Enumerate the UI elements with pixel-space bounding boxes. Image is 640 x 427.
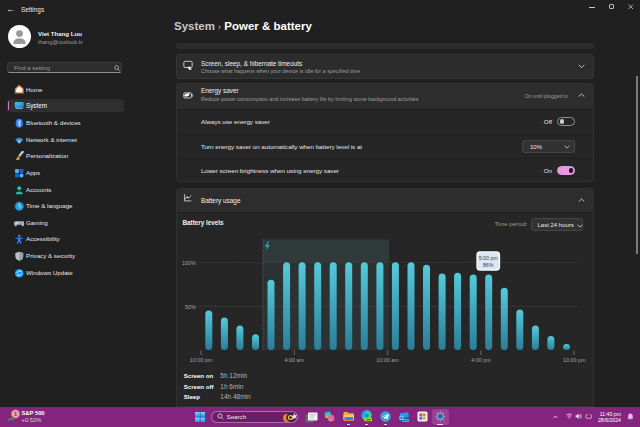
svg-text:1: 1	[14, 411, 17, 417]
svg-text:10:00 pm: 10:00 pm	[190, 357, 213, 363]
svg-text:50%: 50%	[185, 304, 196, 310]
svg-text:4:00 am: 4:00 am	[285, 357, 305, 363]
svg-text:10:00 am: 10:00 am	[376, 357, 399, 363]
svg-text:5:00 pm: 5:00 pm	[479, 255, 499, 261]
svg-text:86%: 86%	[483, 262, 494, 268]
svg-text:4:00 pm: 4:00 pm	[471, 357, 491, 363]
svg-text:100%: 100%	[182, 260, 196, 266]
svg-text:10:00 pm: 10:00 pm	[563, 357, 586, 363]
